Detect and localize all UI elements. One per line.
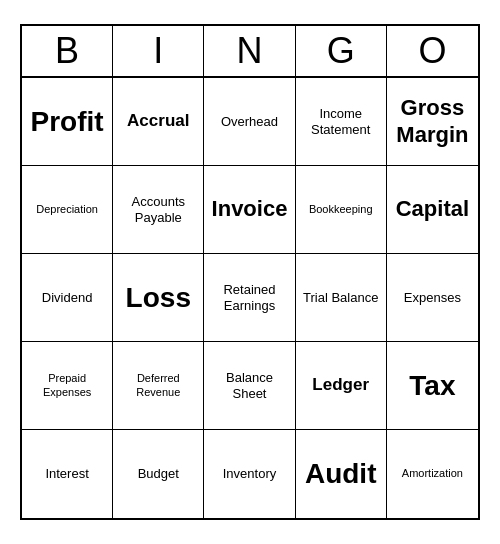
header-letter: N bbox=[204, 26, 295, 76]
bingo-cell: Amortization bbox=[387, 430, 478, 518]
bingo-cell: Prepaid Expenses bbox=[22, 342, 113, 430]
cell-text: Retained Earnings bbox=[208, 282, 290, 313]
bingo-cell: Ledger bbox=[296, 342, 387, 430]
cell-text: Accounts Payable bbox=[117, 194, 199, 225]
bingo-cell: Trial Balance bbox=[296, 254, 387, 342]
bingo-cell: Accrual bbox=[113, 78, 204, 166]
bingo-cell: Income Statement bbox=[296, 78, 387, 166]
cell-text: Deferred Revenue bbox=[117, 372, 199, 398]
cell-text: Invoice bbox=[212, 196, 288, 222]
cell-text: Ledger bbox=[312, 375, 369, 395]
cell-text: Balance Sheet bbox=[208, 370, 290, 401]
bingo-card: BINGO ProfitAccrualOverheadIncome Statem… bbox=[20, 24, 480, 520]
header-letter: B bbox=[22, 26, 113, 76]
bingo-cell: Loss bbox=[113, 254, 204, 342]
cell-text: Tax bbox=[409, 369, 455, 403]
bingo-cell: Deferred Revenue bbox=[113, 342, 204, 430]
bingo-cell: Retained Earnings bbox=[204, 254, 295, 342]
cell-text: Gross Margin bbox=[391, 95, 474, 148]
bingo-cell: Bookkeeping bbox=[296, 166, 387, 254]
bingo-cell: Budget bbox=[113, 430, 204, 518]
bingo-cell: Gross Margin bbox=[387, 78, 478, 166]
cell-text: Depreciation bbox=[36, 203, 98, 216]
bingo-grid: ProfitAccrualOverheadIncome StatementGro… bbox=[22, 78, 478, 518]
bingo-cell: Interest bbox=[22, 430, 113, 518]
header-letter: O bbox=[387, 26, 478, 76]
cell-text: Income Statement bbox=[300, 106, 382, 137]
bingo-cell: Overhead bbox=[204, 78, 295, 166]
bingo-cell: Invoice bbox=[204, 166, 295, 254]
cell-text: Prepaid Expenses bbox=[26, 372, 108, 398]
bingo-cell: Balance Sheet bbox=[204, 342, 295, 430]
bingo-cell: Profit bbox=[22, 78, 113, 166]
cell-text: Amortization bbox=[402, 467, 463, 480]
bingo-cell: Tax bbox=[387, 342, 478, 430]
cell-text: Accrual bbox=[127, 111, 189, 131]
bingo-cell: Capital bbox=[387, 166, 478, 254]
cell-text: Capital bbox=[396, 196, 469, 222]
bingo-cell: Dividend bbox=[22, 254, 113, 342]
header-letter: G bbox=[296, 26, 387, 76]
cell-text: Expenses bbox=[404, 290, 461, 306]
cell-text: Interest bbox=[45, 466, 88, 482]
cell-text: Trial Balance bbox=[303, 290, 378, 306]
header-letter: I bbox=[113, 26, 204, 76]
bingo-cell: Audit bbox=[296, 430, 387, 518]
cell-text: Dividend bbox=[42, 290, 93, 306]
bingo-cell: Depreciation bbox=[22, 166, 113, 254]
bingo-header: BINGO bbox=[22, 26, 478, 78]
cell-text: Profit bbox=[31, 105, 104, 139]
cell-text: Overhead bbox=[221, 114, 278, 130]
bingo-cell: Expenses bbox=[387, 254, 478, 342]
bingo-cell: Accounts Payable bbox=[113, 166, 204, 254]
cell-text: Budget bbox=[138, 466, 179, 482]
cell-text: Bookkeeping bbox=[309, 203, 373, 216]
cell-text: Loss bbox=[126, 281, 191, 315]
cell-text: Inventory bbox=[223, 466, 276, 482]
cell-text: Audit bbox=[305, 457, 377, 491]
bingo-cell: Inventory bbox=[204, 430, 295, 518]
